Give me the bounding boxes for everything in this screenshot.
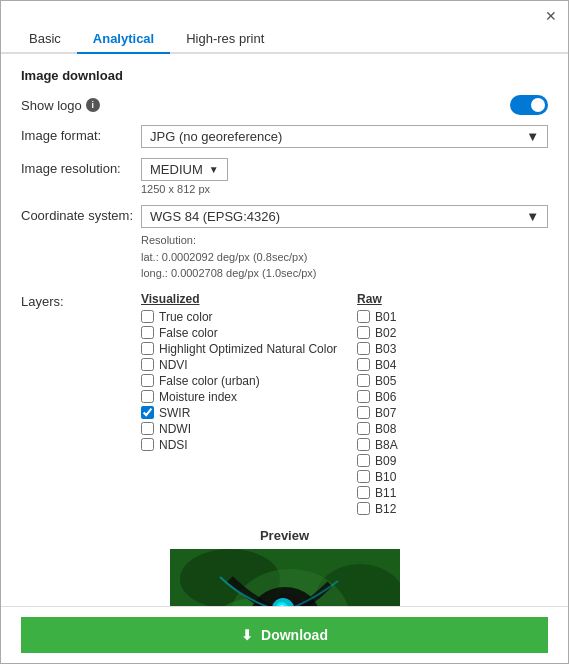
layer-b07-label: B07	[375, 406, 396, 420]
layer-highlight-optimized: Highlight Optimized Natural Color	[141, 342, 337, 356]
coordinate-system-row: Coordinate system: WGS 84 (EPSG:4326) ▼ …	[21, 205, 548, 282]
show-logo-row: Show logo i	[21, 95, 548, 115]
layer-true-color-label: True color	[159, 310, 213, 324]
image-format-value: JPG (no georeference)	[150, 129, 282, 144]
tabs-bar: Basic Analytical High-res print	[1, 25, 568, 54]
content-area: Image download Show logo i Image format:…	[1, 54, 568, 606]
raw-header: Raw	[357, 292, 398, 306]
layer-true-color-checkbox[interactable]	[141, 310, 154, 323]
resolution-sub: 1250 x 812 px	[141, 183, 548, 195]
layer-ndsi-label: NDSI	[159, 438, 188, 452]
layer-b11-label: B11	[375, 486, 396, 500]
preview-svg	[170, 549, 400, 607]
layers-row: Layers: Visualized True color False colo…	[21, 292, 548, 518]
coordinate-system-value: WGS 84 (EPSG:4326)	[150, 209, 280, 224]
layer-b06-label: B06	[375, 390, 396, 404]
section-title: Image download	[21, 68, 548, 83]
layer-false-color-urban-checkbox[interactable]	[141, 374, 154, 387]
layer-b09: B09	[357, 454, 398, 468]
layer-ndvi-label: NDVI	[159, 358, 188, 372]
download-label: Download	[261, 627, 328, 643]
resolution-arrow: ▼	[209, 164, 219, 175]
image-format-dropdown[interactable]: JPG (no georeference) ▼	[141, 125, 548, 148]
raw-column: Raw B01 B02 B03 B04	[357, 292, 398, 518]
download-button[interactable]: ⬇ Download	[21, 617, 548, 653]
layer-b08-label: B08	[375, 422, 396, 436]
layer-ndvi-checkbox[interactable]	[141, 358, 154, 371]
layer-b10: B10	[357, 470, 398, 484]
layer-moisture-index-label: Moisture index	[159, 390, 237, 404]
layer-b02: B02	[357, 326, 398, 340]
layer-b12: B12	[357, 502, 398, 516]
layer-b11: B11	[357, 486, 398, 500]
layer-b12-label: B12	[375, 502, 396, 516]
layer-ndvi: NDVI	[141, 358, 337, 372]
tab-analytical[interactable]: Analytical	[77, 25, 170, 54]
layer-b07-checkbox[interactable]	[357, 406, 370, 419]
resolution-note-lat: lat.: 0.0002092 deg/px (0.8sec/px)	[141, 251, 307, 263]
layer-b10-label: B10	[375, 470, 396, 484]
dropdown-arrow: ▼	[526, 129, 539, 144]
layer-ndsi-checkbox[interactable]	[141, 438, 154, 451]
layer-b02-checkbox[interactable]	[357, 326, 370, 339]
tab-highres[interactable]: High-res print	[170, 25, 280, 54]
coordinate-arrow: ▼	[526, 209, 539, 224]
layer-moisture-index-checkbox[interactable]	[141, 390, 154, 403]
layer-b12-checkbox[interactable]	[357, 502, 370, 515]
layer-false-color: False color	[141, 326, 337, 340]
resolution-value: MEDIUM	[150, 162, 203, 177]
visualized-header: Visualized	[141, 292, 337, 306]
layer-ndwi: NDWI	[141, 422, 337, 436]
coordinate-system-dropdown[interactable]: WGS 84 (EPSG:4326) ▼	[141, 205, 548, 228]
layer-b03-checkbox[interactable]	[357, 342, 370, 355]
layer-b8a-checkbox[interactable]	[357, 438, 370, 451]
layer-swir-label: SWIR	[159, 406, 190, 420]
layer-highlight-optimized-checkbox[interactable]	[141, 342, 154, 355]
layer-b08-checkbox[interactable]	[357, 422, 370, 435]
layers-label: Layers:	[21, 292, 141, 309]
layer-b05: B05	[357, 374, 398, 388]
dialog: ✕ Basic Analytical High-res print Image …	[0, 0, 569, 664]
layer-false-color-checkbox[interactable]	[141, 326, 154, 339]
layer-false-color-urban: False color (urban)	[141, 374, 337, 388]
layer-b05-label: B05	[375, 374, 396, 388]
info-icon[interactable]: i	[86, 98, 100, 112]
layer-b05-checkbox[interactable]	[357, 374, 370, 387]
layer-b03-label: B03	[375, 342, 396, 356]
layer-true-color: True color	[141, 310, 337, 324]
layer-swir-checkbox[interactable]	[141, 406, 154, 419]
layer-ndwi-label: NDWI	[159, 422, 191, 436]
tab-basic[interactable]: Basic	[13, 25, 77, 54]
show-logo-toggle[interactable]	[510, 95, 548, 115]
layer-b06: B06	[357, 390, 398, 404]
layer-b11-checkbox[interactable]	[357, 486, 370, 499]
layer-b8a: B8A	[357, 438, 398, 452]
resolution-row: MEDIUM ▼	[141, 158, 548, 181]
download-icon: ⬇	[241, 627, 253, 643]
layer-b09-checkbox[interactable]	[357, 454, 370, 467]
layer-moisture-index: Moisture index	[141, 390, 337, 404]
preview-title: Preview	[21, 528, 548, 543]
preview-section: Preview	[21, 528, 548, 607]
layer-highlight-optimized-label: Highlight Optimized Natural Color	[159, 342, 337, 356]
image-resolution-control: MEDIUM ▼ 1250 x 812 px	[141, 158, 548, 195]
resolution-note-title: Resolution:	[141, 234, 196, 246]
layers-columns: Visualized True color False color Highli…	[141, 292, 548, 518]
layer-b06-checkbox[interactable]	[357, 390, 370, 403]
layer-b02-label: B02	[375, 326, 396, 340]
image-format-control: JPG (no georeference) ▼	[141, 125, 548, 148]
layer-ndsi: NDSI	[141, 438, 337, 452]
image-format-row: Image format: JPG (no georeference) ▼	[21, 125, 548, 148]
close-button[interactable]: ✕	[542, 7, 560, 25]
layer-ndwi-checkbox[interactable]	[141, 422, 154, 435]
layer-b04-checkbox[interactable]	[357, 358, 370, 371]
resolution-dropdown[interactable]: MEDIUM ▼	[141, 158, 228, 181]
layer-b03: B03	[357, 342, 398, 356]
layer-b01-checkbox[interactable]	[357, 310, 370, 323]
image-resolution-label: Image resolution:	[21, 158, 141, 176]
layer-b08: B08	[357, 422, 398, 436]
preview-image	[170, 549, 400, 607]
coordinate-note: Resolution: lat.: 0.0002092 deg/px (0.8s…	[141, 232, 548, 282]
layer-b10-checkbox[interactable]	[357, 470, 370, 483]
show-logo-text: Show logo	[21, 98, 82, 113]
